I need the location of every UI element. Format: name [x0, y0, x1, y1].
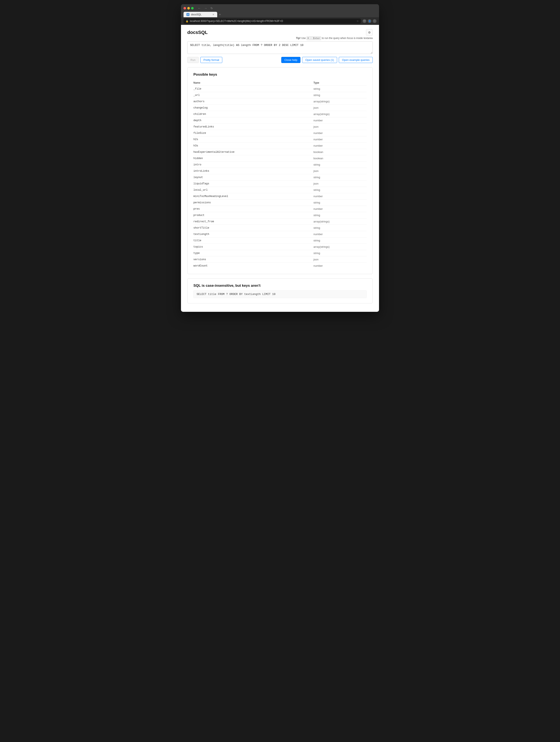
key-name: featuredLinks: [193, 124, 309, 130]
toolbar: Run Pretty format Close help Open saved …: [187, 57, 373, 63]
browser-controls: ← → ↻: [184, 6, 376, 10]
browser-icons: 🛡 👤 ⋮: [363, 19, 376, 23]
table-row: _filestring: [193, 86, 367, 92]
table-row: layoutstring: [193, 174, 367, 180]
col-type-header: Type: [309, 80, 367, 86]
possible-keys-heading: Possible keys: [193, 72, 367, 77]
close-window-button[interactable]: [184, 7, 186, 9]
key-type: json: [309, 168, 367, 174]
key-type: string: [309, 237, 367, 244]
table-row: redirect_fromarray(strings): [193, 218, 367, 225]
key-type: number: [309, 130, 367, 136]
example-section: SQL is case-insensitive, but keys aren't…: [187, 278, 373, 303]
table-row: h3snumber: [193, 143, 367, 149]
tip-text: Use: [301, 37, 307, 40]
key-name: hasExperimentalAlternative: [193, 149, 309, 155]
key-name: fileSize: [193, 130, 309, 136]
table-row: textLengthnumber: [193, 231, 367, 237]
key-type: boolean: [309, 155, 367, 162]
table-row: featuredLinksjson: [193, 124, 367, 130]
browser-titlebar: ← → ↻ d docsSQL ✕ +: [181, 4, 379, 17]
table-row: versionsjson: [193, 256, 367, 263]
new-tab-button[interactable]: +: [217, 13, 222, 16]
table-row: fileSizenumber: [193, 130, 367, 136]
key-type: boolean: [309, 149, 367, 155]
key-name: wordCount: [193, 263, 309, 269]
table-row: introLinksjson: [193, 168, 367, 174]
table-row: presnumber: [193, 206, 367, 212]
app-header: docsSQL ⚙: [187, 29, 373, 36]
settings-button[interactable]: ⚙: [366, 29, 373, 36]
key-name: liquidTags: [193, 180, 309, 187]
back-button[interactable]: ←: [197, 6, 202, 10]
key-type: json: [309, 256, 367, 263]
minimize-window-button[interactable]: [187, 7, 190, 9]
possible-keys-section: Possible keys Name Type _filestring_urls…: [187, 67, 373, 274]
table-row: childrenarray(strings): [193, 111, 367, 117]
tab-close-button[interactable]: ✕: [212, 13, 214, 16]
key-type: number: [309, 193, 367, 200]
key-type: number: [309, 136, 367, 143]
key-type: number: [309, 231, 367, 237]
close-help-button[interactable]: Close help: [281, 57, 300, 63]
key-name: versions: [193, 256, 309, 263]
key-type: string: [309, 162, 367, 168]
table-row: liquidTagsjson: [193, 180, 367, 187]
key-type: string: [309, 187, 367, 193]
query-textarea[interactable]: SELECT title, length(title) AS length FR…: [187, 41, 373, 54]
key-type: array(strings): [309, 98, 367, 105]
key-type: json: [309, 180, 367, 187]
key-name: redirect_from: [193, 218, 309, 225]
tab-favicon: d: [187, 13, 189, 16]
forward-button[interactable]: →: [203, 6, 208, 10]
key-name: local_url: [193, 187, 309, 193]
app-title: docsSQL: [187, 30, 208, 35]
key-type: array(strings): [309, 218, 367, 225]
address-bar[interactable]: 🔒 localhost:3000/?query=SELECT+title%2C+…: [184, 18, 361, 23]
key-name: miniTocMaxHeadingLevel: [193, 193, 309, 200]
bookmark-icon: ☆: [356, 19, 359, 22]
key-type: string: [309, 212, 367, 218]
table-row: changelogjson: [193, 105, 367, 111]
key-name: layout: [193, 174, 309, 180]
key-name: authors: [193, 98, 309, 105]
keys-table: Name Type _filestring_urlstringauthorsar…: [193, 80, 367, 269]
table-row: miniTocMaxHeadingLevelnumber: [193, 193, 367, 200]
key-type: string: [309, 174, 367, 180]
tip-shortcut: ⌘ · Enter: [307, 37, 321, 40]
key-name: topics: [193, 244, 309, 250]
key-type: string: [309, 200, 367, 206]
keys-table-body: _filestring_urlstringauthorsarray(string…: [193, 86, 367, 269]
key-type: number: [309, 263, 367, 269]
table-row: wordCountnumber: [193, 263, 367, 269]
key-type: number: [309, 143, 367, 149]
table-row: introstring: [193, 162, 367, 168]
page-content: docsSQL ⚙ Tip! Use ⌘ · Enter to run the …: [181, 25, 379, 312]
maximize-window-button[interactable]: [191, 7, 194, 9]
table-row: depthnumber: [193, 117, 367, 124]
key-type: string: [309, 86, 367, 92]
address-bar-row: 🔒 localhost:3000/?query=SELECT+title%2C+…: [181, 17, 379, 25]
table-row: typestring: [193, 250, 367, 256]
menu-icon[interactable]: ⋮: [373, 19, 376, 23]
col-name-header: Name: [193, 80, 309, 86]
table-row: hiddenboolean: [193, 155, 367, 162]
key-name: _file: [193, 86, 309, 92]
table-row: shortTitlestring: [193, 225, 367, 231]
key-name: children: [193, 111, 309, 117]
key-name: hidden: [193, 155, 309, 162]
pretty-format-button[interactable]: Pretty format: [200, 57, 222, 63]
active-tab[interactable]: d docsSQL ✕: [184, 12, 217, 17]
key-name: permissions: [193, 200, 309, 206]
open-example-queries-button[interactable]: Open example queries: [339, 57, 373, 63]
key-name: h3s: [193, 143, 309, 149]
open-saved-queries-button[interactable]: Open saved queries (1): [302, 57, 337, 63]
key-name: introLinks: [193, 168, 309, 174]
extensions-icon[interactable]: 🛡: [363, 19, 366, 23]
tip-suffix: to run the query when focus is inside te…: [322, 37, 373, 40]
example-heading: SQL is case-insensitive, but keys aren't: [193, 283, 367, 288]
profile-icon[interactable]: 👤: [368, 19, 371, 23]
reload-button[interactable]: ↻: [210, 6, 214, 10]
table-row: topicsarray(strings): [193, 244, 367, 250]
run-button[interactable]: Run: [187, 57, 199, 63]
